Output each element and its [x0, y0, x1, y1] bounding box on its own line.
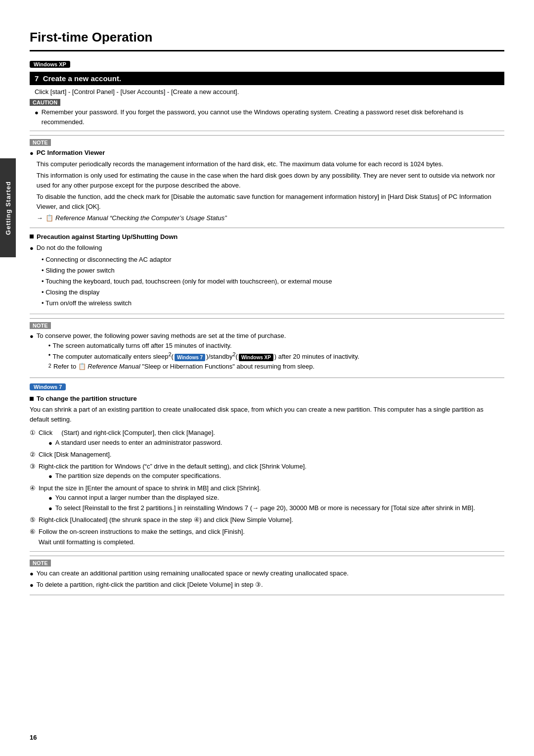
partition-heading: To change the partition structure [30, 395, 504, 402]
note-section-2: NOTE ● To conserve power, the following … [30, 318, 504, 378]
pc-info-heading: PC Information Viewer [37, 148, 504, 158]
note2-bullet1: ● [30, 331, 34, 341]
pc-info-p2: This information is only used for estima… [37, 171, 504, 190]
note2-ref: Reference Manual [88, 363, 140, 370]
step4-text: Input the size in [Enter the amount of s… [39, 484, 261, 492]
step4-content: Input the size in [Enter the amount of s… [39, 483, 475, 514]
inline-win7-badge: Windows 7 [175, 354, 205, 361]
partition-step6: ⑥ Follow the on-screen instructions to m… [30, 527, 504, 547]
step3-sub-bullet: ● [48, 472, 52, 481]
step7-number: 7 [35, 74, 39, 83]
caution-label: CAUTION [30, 99, 60, 106]
note2-sub2-bullet: • [48, 350, 51, 360]
step4-sub1-text: You cannot input a larger number than th… [55, 493, 219, 503]
precaution-item-3: Touching the keyboard, touch pad, touchs… [42, 276, 504, 287]
note2-label: NOTE [30, 322, 51, 329]
caution-box: CAUTION ● Remember your password. If you… [30, 98, 504, 127]
note2-sub1-text: The screen automatically turns off after… [52, 341, 231, 351]
do-not-bullet: ● [30, 243, 34, 253]
note3-label: NOTE [30, 560, 51, 567]
partition-heading-text: To change the partition structure [37, 395, 137, 402]
pc-info-item: ● PC Information Viewer This computer pe… [30, 148, 504, 223]
precaution-heading-text: Precaution against Starting Up/Shutting … [37, 233, 178, 240]
step7-instruction: Click [start] - [Control Panel] - [User … [35, 88, 504, 95]
partition-step4: ④ Input the size in [Enter the amount of… [30, 483, 504, 514]
partition-intro: You can shrink a part of an existing par… [30, 405, 504, 424]
note3-bullet2: ● [30, 580, 34, 590]
partition-step2: ② Click [Disk Management]. [30, 450, 504, 460]
step6-sub: Wait until formatting is completed. [39, 537, 245, 547]
step4-sub1: ● You cannot input a larger number than … [48, 493, 475, 503]
note3-text2: To delete a partition, right-click the p… [37, 580, 263, 590]
note-section-1: NOTE ● PC Information Viewer This comput… [30, 135, 504, 228]
main-content: First-time Operation Windows XP 7 Create… [30, 0, 504, 595]
step1-sub-bullet: ● [48, 438, 52, 448]
note2-item1: ● To conserve power, the following power… [30, 331, 504, 373]
do-not-intro: Do not do the following [37, 243, 102, 253]
bullet-pc-info: ● [30, 148, 34, 158]
step4-sub2-bullet: ● [48, 504, 52, 514]
step4-sub2: ● To select [Reinstall to the first 2 pa… [48, 503, 475, 514]
note1-label: NOTE [30, 139, 51, 146]
step7-header: 7 Create a new account. [30, 72, 504, 85]
precaution-item-2: Sliding the power switch [42, 265, 504, 276]
note3-bullet1: ● [30, 569, 34, 579]
note2-sub3: 2 Refer to 📋 Reference Manual "Sleep or … [48, 362, 359, 373]
win7-section: Windows 7 To change the partition struct… [30, 383, 504, 547]
step3-num: ③ [30, 462, 36, 472]
step3-sub-text: The partition size depends on the comput… [55, 471, 221, 481]
divider3 [30, 551, 504, 552]
do-not-item: ● Do not do the following [30, 243, 504, 253]
step5-num: ⑤ [30, 515, 36, 525]
book-icon: 📋 [45, 214, 53, 222]
note2-item1-text: To conserve power, the following power s… [37, 331, 359, 341]
step1-num: ① [30, 428, 36, 438]
precaution-item-5: Turn on/off the wireless switch [42, 298, 504, 309]
partition-square-bullet [30, 397, 34, 401]
partition-step1: ① Click (Start) and right-click [Compute… [30, 428, 504, 448]
page-container: Getting Started First-time Operation Win… [0, 0, 534, 756]
step6-text: Follow the on-screen instructions to mak… [39, 528, 245, 535]
step6-sub-text: Wait until formatting is completed. [39, 538, 135, 546]
step4-num: ④ [30, 483, 36, 493]
caution-content: ● Remember your password. If you forget … [35, 107, 504, 127]
page-number: 16 [30, 734, 37, 741]
note3-item1: ● You can create an additional partition… [30, 568, 504, 579]
square-bullet-icon [30, 235, 34, 238]
note2-sub2: • The computer automatically enters slee… [48, 350, 359, 362]
step7-heading: Create a new account. [43, 74, 121, 83]
side-tab-label: Getting Started [4, 181, 12, 235]
caution-item: ● Remember your password. If you forget … [35, 107, 504, 127]
step4-sub1-bullet: ● [48, 493, 52, 503]
step3-sub: ● The partition size depends on the comp… [48, 471, 307, 481]
step1-content: Click (Start) and right-click [Computer]… [39, 428, 222, 448]
inline-xp-badge: Windows XP [239, 354, 273, 361]
partition-step3: ③ Right-click the partition for Windows … [30, 462, 504, 481]
precaution-section: Precaution against Starting Up/Shutting … [30, 233, 504, 309]
divider1 [30, 131, 504, 131]
note2-power-block: To conserve power, the following power s… [37, 331, 359, 373]
step1-sub-text: A standard user needs to enter an admini… [55, 438, 222, 448]
step6-num: ⑥ [30, 527, 36, 537]
side-tab: Getting Started [0, 158, 16, 257]
note2-sub1: • The screen automatically turns off aft… [48, 341, 359, 351]
step4-sub2-text: To select [Reinstall to the first 2 part… [55, 503, 475, 513]
note2-sub2-text: The computer automatically enters sleep2… [52, 350, 359, 362]
bullet-dot: ● [35, 108, 39, 118]
caution-text: Remember your password. If you forget th… [42, 107, 504, 127]
pc-info-block: PC Information Viewer This computer peri… [37, 148, 504, 223]
page-title: First-time Operation [30, 30, 504, 51]
pc-info-ref-text: Reference Manual “Checking the Computer’… [55, 214, 226, 222]
step3-content: Right-click the partition for Windows (“… [39, 462, 307, 481]
windows-xp-badge: Windows XP [30, 61, 70, 68]
pc-info-p3: To disable the function, add the check m… [37, 192, 504, 211]
win7-badge: Windows 7 [30, 383, 66, 390]
note-section-3: NOTE ● You can create an additional part… [30, 556, 504, 595]
note2-sub1-bullet: • [48, 341, 51, 351]
precaution-heading: Precaution against Starting Up/Shutting … [30, 233, 504, 240]
pc-info-ref: → 📋 Reference Manual “Checking the Compu… [37, 213, 504, 223]
note2-sub3-text: Refer to 📋 Reference Manual "Sleep or Hi… [53, 362, 314, 372]
pc-info-p1: This computer periodically records the m… [37, 159, 504, 169]
step6-content: Follow the on-screen instructions to mak… [39, 527, 245, 547]
precaution-list: Connecting or disconnecting the AC adapt… [42, 254, 504, 309]
